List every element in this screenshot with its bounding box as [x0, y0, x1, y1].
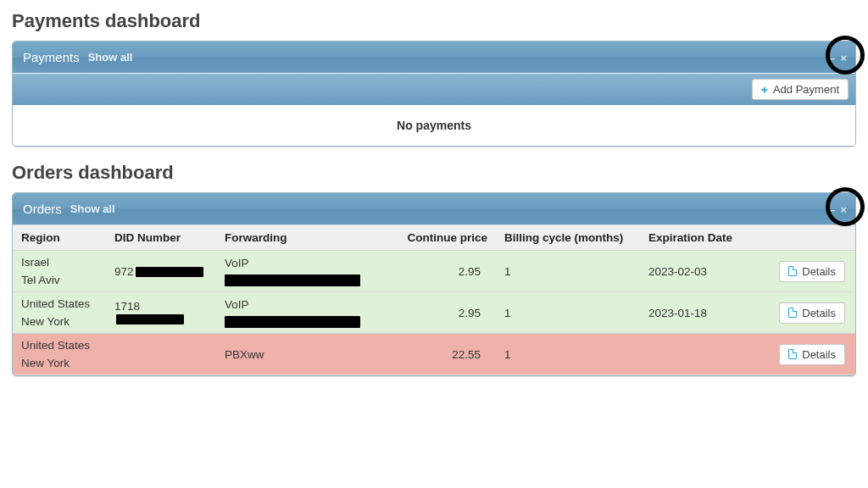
close-icon[interactable]: × — [840, 51, 847, 64]
orders-heading: Orders dashboard — [12, 162, 856, 184]
cell-cycle: 1 — [496, 292, 640, 334]
region-line1: United States — [21, 297, 97, 310]
cell-cycle: 1 — [496, 334, 640, 375]
col-did: DID Number — [106, 225, 216, 251]
details-button[interactable]: Details — [779, 261, 845, 282]
document-icon — [788, 349, 797, 359]
minimize-icon[interactable]: – — [829, 51, 835, 64]
add-payment-button[interactable]: + Add Payment — [752, 79, 849, 100]
payments-panel-title: Payments — [23, 50, 80, 64]
cell-did: 1718 — [106, 292, 216, 334]
orders-panel-header: Orders Show all – × — [13, 193, 855, 225]
cell-forwarding: VoIP — [216, 292, 386, 334]
payments-panel: Payments Show all – × + Add Payment No p… — [12, 41, 856, 147]
redacted-block — [116, 314, 184, 324]
orders-panel: Orders Show all – × Region DID Number Fo… — [12, 192, 856, 376]
redacted-block — [225, 316, 360, 328]
payments-showall-link[interactable]: Show all — [88, 51, 133, 64]
did-prefix: 972 — [114, 265, 134, 278]
cell-price: 2.95 — [386, 292, 496, 334]
details-label: Details — [802, 265, 836, 278]
cell-forwarding: PBXww — [216, 334, 386, 375]
cell-forwarding: VoIP — [216, 251, 386, 292]
orders-panel-title: Orders — [23, 202, 62, 216]
cell-price: 2.95 — [386, 251, 496, 292]
orders-table: Region DID Number Forwarding Continue pr… — [13, 225, 855, 375]
forwarding-line1: VoIP — [225, 257, 377, 269]
cell-region: United StatesNew York — [13, 292, 106, 334]
region-line2: New York — [21, 315, 97, 328]
cell-cycle: 1 — [496, 251, 640, 292]
table-row: United StatesNew York1718VoIP2.9512023-0… — [13, 292, 855, 334]
region-line1: Israel — [21, 256, 97, 269]
payments-panel-header: Payments Show all – × — [13, 42, 855, 73]
details-label: Details — [802, 348, 836, 361]
details-button[interactable]: Details — [779, 344, 845, 365]
cell-actions: Details — [767, 334, 855, 375]
col-forwarding: Forwarding — [216, 225, 386, 251]
table-row: United StatesNew YorkPBXww22.551Details — [13, 334, 855, 375]
col-region: Region — [13, 225, 106, 251]
cell-region: United StatesNew York — [13, 334, 106, 375]
payments-empty-message: No payments — [13, 105, 855, 146]
payments-toolbar: + Add Payment — [13, 73, 855, 105]
cell-region: IsraelTel Aviv — [13, 251, 106, 292]
cell-did — [106, 334, 216, 375]
redacted-block — [136, 267, 203, 277]
details-button[interactable]: Details — [779, 302, 845, 324]
col-price: Continue price — [386, 225, 496, 251]
col-expiration: Expiration Date — [640, 225, 767, 251]
minimize-icon[interactable]: – — [829, 202, 835, 215]
close-icon[interactable]: × — [840, 202, 847, 215]
cell-actions: Details — [767, 292, 855, 334]
cell-actions: Details — [767, 251, 855, 292]
cell-expiration: 2023-02-03 — [640, 251, 767, 292]
add-payment-label: Add Payment — [773, 83, 839, 96]
region-line2: New York — [21, 357, 97, 369]
orders-showall-link[interactable]: Show all — [70, 202, 115, 215]
orders-header-row: Region DID Number Forwarding Continue pr… — [13, 225, 855, 251]
region-line2: Tel Aviv — [21, 274, 97, 286]
details-label: Details — [802, 307, 836, 319]
cell-expiration: 2023-01-18 — [640, 292, 767, 334]
table-row: IsraelTel Aviv972VoIP2.9512023-02-03Deta… — [13, 251, 855, 292]
payments-heading: Payments dashboard — [12, 10, 856, 32]
forwarding-line1: VoIP — [225, 298, 377, 311]
region-line1: United States — [21, 339, 97, 352]
redacted-block — [225, 274, 360, 286]
document-icon — [788, 266, 797, 276]
plus-icon: + — [761, 84, 768, 96]
document-icon — [788, 308, 797, 318]
forwarding-line1: PBXww — [225, 348, 377, 361]
col-actions — [767, 225, 855, 251]
cell-did: 972 — [106, 251, 216, 292]
cell-expiration — [640, 334, 767, 375]
cell-price: 22.55 — [386, 334, 496, 375]
did-prefix: 1718 — [114, 300, 140, 313]
col-cycle: Billing cycle (months) — [496, 225, 640, 251]
